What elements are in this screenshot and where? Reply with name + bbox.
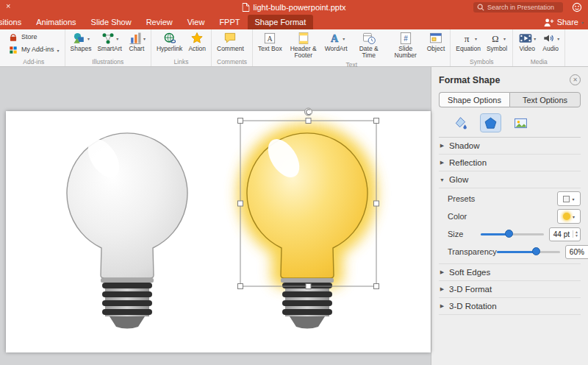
panel-close-icon[interactable]: ✕ — [570, 74, 581, 85]
glow-color-dropdown[interactable]: ▾ — [557, 209, 581, 224]
document-icon — [243, 3, 250, 12]
svg-text:Ω: Ω — [492, 34, 498, 44]
tab-animations[interactable]: Animations — [29, 15, 83, 29]
panel-title: Format Shape — [439, 75, 500, 85]
ribbon-button-object[interactable]: Object — [427, 31, 445, 52]
stepper[interactable]: ▲▼ — [573, 230, 578, 238]
ribbon-button-label: Date & Time — [354, 46, 384, 60]
window-close-icon[interactable]: × — [6, 1, 10, 10]
stepper-down-icon[interactable]: ▼ — [575, 234, 578, 238]
slider-thumb[interactable] — [505, 230, 513, 238]
panel-tabs: Shape Options Text Options — [439, 92, 581, 107]
dropdown-caret-icon: ▾ — [57, 48, 60, 53]
selection-handle[interactable] — [374, 284, 379, 289]
ribbon-button-date-time[interactable]: Date & Time — [354, 31, 384, 60]
panel-icon-tabs — [439, 114, 581, 138]
ribbon-button-my-add-ins[interactable]: My Add-ins▾ — [8, 45, 60, 55]
selection-handle[interactable] — [238, 118, 243, 124]
tab-fppt[interactable]: FPPT — [212, 15, 247, 29]
ribbon-button-header-footer[interactable]: Header & Footer — [288, 31, 319, 60]
ribbon: StoreMy Add-ins▾Add-ins▾Shapes▾SmartArt▾… — [0, 29, 588, 67]
ribbon-button-label: Action — [188, 46, 206, 52]
selection-handle[interactable] — [238, 201, 243, 206]
titlebar: × light-bulb-powerpoint.pptx Search in P… — [0, 0, 588, 15]
ribbon-button-label: Store — [21, 34, 37, 41]
ribbon-group-symbols: π▾EquationΩ▾SymbolSymbols — [451, 29, 513, 66]
selection-handle[interactable] — [374, 201, 379, 206]
section-glow[interactable]: ▼ Glow — [439, 171, 581, 188]
glow-transparency-slider[interactable] — [497, 247, 560, 256]
tab-shape-format[interactable]: Shape Format — [248, 15, 314, 29]
tab-shape-options[interactable]: Shape Options — [439, 92, 509, 107]
ribbon-button-audio[interactable]: ▾Audio — [542, 31, 559, 52]
svg-text:A: A — [331, 32, 339, 44]
disclosure-arrow-icon: ▶ — [439, 143, 445, 149]
ribbon-button-comment[interactable]: Comment — [217, 31, 244, 52]
light-bulb-plain[interactable] — [67, 133, 187, 329]
size-properties-icon[interactable] — [511, 114, 531, 132]
chart-icon — [128, 31, 143, 46]
ribbon-button-store[interactable]: Store — [8, 32, 37, 43]
ribbon-button-chart[interactable]: ▾Chart — [128, 31, 146, 52]
ribbon-button-wordart[interactable]: A▾WordArt — [325, 31, 348, 52]
ribbon-button-label: Comment — [217, 46, 244, 52]
glow-presets-dropdown[interactable]: ▾ — [557, 191, 581, 206]
ribbon-group-text: AText BoxHeader & FooterA▾WordArtDate & … — [253, 29, 451, 66]
text-box-icon: A — [262, 31, 277, 46]
ribbon-button-equation[interactable]: π▾Equation — [456, 31, 481, 52]
share-button[interactable]: Share ▾ — [543, 15, 584, 29]
ribbon-button-action[interactable]: Action — [188, 31, 206, 52]
store-icon — [8, 32, 18, 43]
feedback-smiley-icon[interactable] — [572, 2, 582, 13]
section-shadow[interactable]: ▶ Shadow — [439, 138, 581, 155]
object-icon — [429, 31, 443, 46]
selection-handle[interactable] — [238, 284, 243, 289]
disclosure-arrow-icon: ▶ — [439, 269, 445, 275]
slide-canvas[interactable] — [6, 111, 431, 352]
slide-area — [0, 67, 431, 365]
ribbon-button-label: SmartArt — [97, 46, 122, 52]
comment-icon — [223, 31, 237, 46]
ribbon-button-text-box[interactable]: AText Box — [258, 31, 282, 52]
search-box[interactable]: Search in Presentation — [473, 2, 563, 13]
glow-controls: Presets ▾ Color ▾ Size — [439, 188, 581, 264]
effects-icon[interactable] — [481, 114, 501, 132]
ribbon-button-shapes[interactable]: ▾Shapes — [71, 31, 92, 52]
symbol-icon: Ω — [488, 31, 503, 46]
tab-view[interactable]: View — [180, 15, 212, 29]
selection-handle[interactable] — [306, 284, 311, 289]
ribbon-button-label: WordArt — [325, 46, 348, 52]
rotation-handle[interactable] — [305, 108, 312, 116]
tab-review[interactable]: Review — [139, 15, 180, 29]
ribbon-group-label: Comments — [217, 57, 247, 66]
light-bulb-glowing[interactable] — [247, 133, 368, 329]
ribbon-group-add-ins: StoreMy Add-ins▾Add-ins — [3, 29, 65, 66]
glow-size-value[interactable]: 44 pt ▲▼ — [549, 227, 581, 241]
glow-size-slider[interactable] — [481, 230, 544, 238]
glow-transparency-value[interactable]: 60% ▲▼ — [565, 245, 588, 259]
slider-thumb[interactable] — [532, 247, 540, 255]
dropdown-caret-icon: ▾ — [143, 36, 146, 41]
section-soft-edges[interactable]: ▶ Soft Edges — [439, 264, 581, 281]
glow-transparency-row: Transparency 60% ▲▼ — [448, 243, 581, 261]
dropdown-caret-icon: ▾ — [557, 36, 559, 41]
powerpoint-window: × light-bulb-powerpoint.pptx Search in P… — [0, 0, 588, 365]
fill-line-icon[interactable] — [451, 114, 470, 132]
dropdown-caret-icon: ▾ — [503, 36, 506, 41]
ribbon-button-hyperlink[interactable]: Hyperlink — [157, 31, 182, 52]
section-3d-rotation[interactable]: ▶ 3-D Rotation — [439, 298, 581, 315]
tab-slide-show[interactable]: Slide Show — [84, 15, 139, 29]
tab-sitions[interactable]: sitions — [0, 15, 29, 29]
ribbon-button-smartart[interactable]: ▾SmartArt — [97, 31, 122, 52]
chevron-down-icon: ▾ — [573, 214, 575, 219]
section-3d-format[interactable]: ▶ 3-D Format — [439, 281, 581, 298]
ribbon-button-video[interactable]: ▾Video — [518, 31, 536, 52]
selection-handle[interactable] — [374, 118, 379, 124]
audio-icon — [542, 31, 556, 46]
section-reflection[interactable]: ▶ Reflection — [439, 155, 581, 171]
disclosure-arrow-icon: ▼ — [439, 177, 445, 182]
ribbon-button-symbol[interactable]: Ω▾Symbol — [487, 31, 507, 52]
ribbon-button-slide-number[interactable]: #Slide Number — [390, 31, 421, 60]
tab-text-options[interactable]: Text Options — [509, 92, 581, 107]
selection-handle[interactable] — [306, 118, 311, 124]
